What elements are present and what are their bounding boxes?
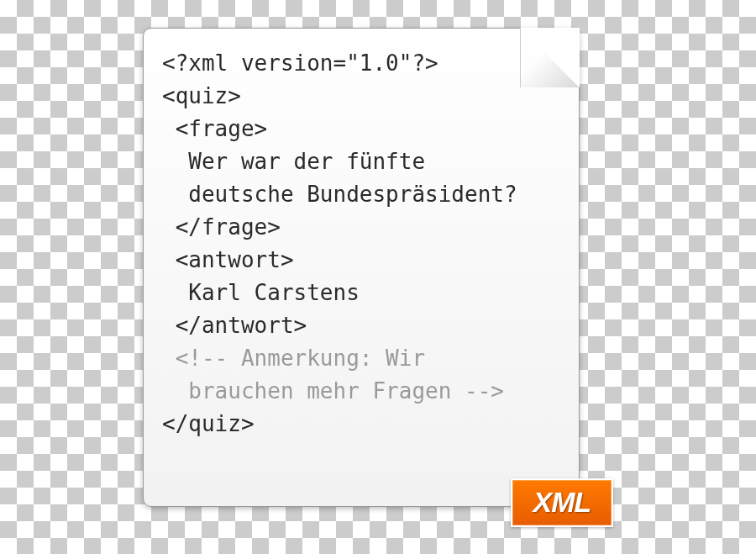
- xml-badge: XML: [511, 478, 613, 527]
- page-corner-fold: [520, 29, 579, 87]
- xml-file-icon: <?xml version="1.0"?> <quiz> <frage> Wer…: [143, 28, 613, 527]
- xml-code-content: <?xml version="1.0"?> <quiz> <frage> Wer…: [162, 47, 560, 441]
- xml-badge-label: XML: [533, 486, 591, 519]
- document-page: <?xml version="1.0"?> <quiz> <frage> Wer…: [143, 28, 580, 507]
